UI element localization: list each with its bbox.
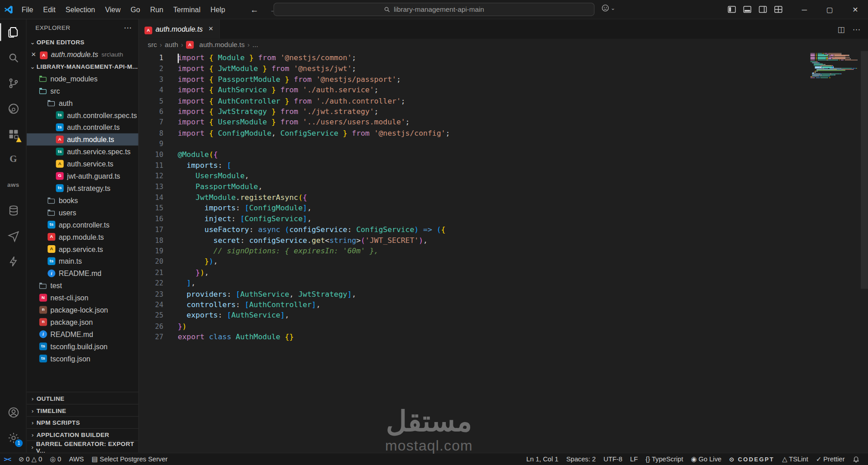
close-window-button[interactable]: ✕ bbox=[843, 0, 868, 19]
database-icon[interactable] bbox=[0, 198, 27, 223]
code-line-17[interactable]: 17 useFactory: async (configService: Con… bbox=[139, 224, 868, 235]
code-line-25[interactable]: 25 exports: [AuthService], bbox=[139, 310, 868, 321]
tree-item-app.module.ts[interactable]: Aapp.module.ts bbox=[27, 231, 138, 243]
code-line-20[interactable]: 20 }), bbox=[139, 256, 868, 267]
panel-application-builder[interactable]: ›APPLICATION BUILDER bbox=[27, 428, 138, 441]
menu-terminal[interactable]: Terminal bbox=[168, 0, 205, 19]
tree-item-nest-cli.json[interactable]: Nnest-cli.json bbox=[27, 292, 138, 304]
split-editor-icon[interactable]: ◫ bbox=[837, 24, 844, 33]
code-line-8[interactable]: 8import { ConfigModule, ConfigService } … bbox=[139, 128, 868, 138]
tree-item-main.ts[interactable]: tsmain.ts bbox=[27, 255, 138, 267]
menu-run[interactable]: Run bbox=[145, 0, 168, 19]
panel-npm-scripts[interactable]: ›NPM SCRIPTS bbox=[27, 416, 138, 428]
code-line-14[interactable]: 14 JwtModule.registerAsync({ bbox=[139, 192, 868, 203]
tree-item-app.controller.ts[interactable]: tsapp.controller.ts bbox=[27, 218, 138, 231]
notifications-bell-icon[interactable] bbox=[849, 453, 863, 465]
tree-item-tsconfig.json[interactable]: tstsconfig.json bbox=[27, 352, 138, 365]
code-line-7[interactable]: 7import { UsersModule } from '../users/u… bbox=[139, 117, 868, 128]
cursor-position[interactable]: Ln 1, Col 1 bbox=[522, 453, 562, 465]
code-content[interactable]: 1import { Module } from '@nestjs/common'… bbox=[139, 52, 868, 342]
language-mode[interactable]: {} TypeScript bbox=[642, 453, 687, 465]
tree-item-auth.service.ts[interactable]: Aauth.service.ts bbox=[27, 158, 138, 170]
tree-item-auth[interactable]: auth bbox=[27, 97, 138, 109]
open-editors-header[interactable]: ⌄ OPEN EDITORS bbox=[27, 36, 138, 48]
go-live[interactable]: ◉ Go Live bbox=[687, 453, 725, 465]
menu-edit[interactable]: Edit bbox=[38, 0, 60, 19]
editor-more-icon[interactable]: ⋯ bbox=[853, 24, 860, 33]
prettier[interactable]: ✓ Prettier bbox=[812, 453, 849, 465]
code-line-15[interactable]: 15 imports: [ConfigModule], bbox=[139, 203, 868, 214]
tree-item-auth.service.spec.ts[interactable]: tsauth.service.spec.ts bbox=[27, 146, 138, 158]
more-actions-icon[interactable]: ⋯ bbox=[124, 23, 132, 32]
code-line-19[interactable]: 19 // signOptions: { expiresIn: '60m' }, bbox=[139, 246, 868, 256]
tree-item-test[interactable]: test bbox=[27, 280, 138, 292]
code-editor[interactable]: 1import { Module } from '@nestjs/common'… bbox=[139, 51, 868, 453]
eol[interactable]: LF bbox=[626, 453, 642, 465]
code-line-9[interactable]: 9 bbox=[139, 138, 868, 149]
toggle-panel-icon[interactable] bbox=[743, 5, 752, 14]
menu-selection[interactable]: Selection bbox=[61, 0, 100, 19]
breadcrumb-item--[interactable]: ... bbox=[253, 41, 258, 49]
remote-indicator[interactable]: >< bbox=[0, 453, 14, 465]
problems[interactable]: ⊘ 0 △ 0 bbox=[14, 453, 46, 465]
tree-item-README.md[interactable]: iREADME.md bbox=[27, 328, 138, 340]
search-sidebar-icon[interactable] bbox=[0, 45, 27, 70]
maximize-button[interactable]: ▢ bbox=[817, 0, 842, 19]
tree-item-users[interactable]: users bbox=[27, 206, 138, 218]
panel-outline[interactable]: ›OUTLINE bbox=[27, 392, 138, 404]
code-line-11[interactable]: 11 imports: [ bbox=[139, 160, 868, 171]
postgres-server[interactable]: ▤ Select Postgres Server bbox=[88, 453, 172, 465]
tree-item-node_modules[interactable]: node_modules bbox=[27, 72, 138, 85]
code-line-18[interactable]: 18 secret: configService.get<string>('JW… bbox=[139, 235, 868, 246]
tree-item-jwt-auth.guard.ts[interactable]: Gjwt-auth.guard.ts bbox=[27, 170, 138, 182]
breadcrumb-item-auth-module-ts[interactable]: Aauth.module.ts bbox=[186, 41, 245, 49]
open-editor-item[interactable]: ✕ A auth.module.ts src\auth bbox=[27, 48, 138, 60]
tree-item-app.service.ts[interactable]: Aapp.service.ts bbox=[27, 243, 138, 255]
aws[interactable]: AWS bbox=[65, 453, 88, 465]
code-line-4[interactable]: 4import { AuthService } from './auth.ser… bbox=[139, 85, 868, 95]
project-header[interactable]: ⌄ LIBRARY-MANAGEMENT-API-M... bbox=[27, 60, 138, 72]
codegpt[interactable]: ⊙ CODEGPT bbox=[725, 453, 778, 465]
scrollbar[interactable] bbox=[861, 51, 868, 289]
code-line-22[interactable]: 22 ], bbox=[139, 278, 868, 289]
tslint[interactable]: △ TSLint bbox=[778, 453, 812, 465]
toggle-secondary-sidebar-icon[interactable] bbox=[758, 5, 768, 14]
menu-view[interactable]: View bbox=[100, 0, 125, 19]
tree-item-jwt.strategy.ts[interactable]: tsjwt.strategy.ts bbox=[27, 182, 138, 194]
tree-item-books[interactable]: books bbox=[27, 194, 138, 206]
tree-item-tsconfig.build.json[interactable]: tstsconfig.build.json bbox=[27, 340, 138, 352]
breadcrumb-item-auth[interactable]: auth bbox=[165, 41, 178, 49]
close-icon[interactable]: ✕ bbox=[208, 25, 213, 33]
extensions-icon[interactable] bbox=[0, 121, 27, 147]
breadcrumb-item-src[interactable]: src bbox=[148, 41, 157, 49]
menu-file[interactable]: File bbox=[17, 0, 38, 19]
aws-toolkit-icon[interactable]: aws bbox=[0, 172, 27, 197]
thunder-client-icon[interactable] bbox=[0, 248, 27, 274]
code-line-21[interactable]: 21 }), bbox=[139, 267, 868, 278]
code-line-24[interactable]: 24 controllers: [AuthController], bbox=[139, 299, 868, 310]
indentation[interactable]: Spaces: 2 bbox=[563, 453, 600, 465]
tree-item-auth.module.ts[interactable]: Aauth.module.ts bbox=[27, 133, 138, 146]
code-line-13[interactable]: 13 PassportModule, bbox=[139, 181, 868, 192]
explorer-icon[interactable] bbox=[0, 19, 27, 45]
code-line-16[interactable]: 16 inject: [ConfigService], bbox=[139, 214, 868, 224]
back-button[interactable]: ← bbox=[245, 5, 264, 14]
tree-item-auth.controller.spec.ts[interactable]: tsauth.controller.spec.ts bbox=[27, 109, 138, 121]
code-line-3[interactable]: 3import { PassportModule } from '@nestjs… bbox=[139, 74, 868, 85]
minimap[interactable] bbox=[811, 53, 859, 78]
toggle-sidebar-icon[interactable] bbox=[727, 5, 736, 14]
code-line-12[interactable]: 12 UsersModule, bbox=[139, 171, 868, 181]
ports[interactable]: ◎ 0 bbox=[46, 453, 65, 465]
panel-barrel-generator-export-v-[interactable]: ›BARREL GENERATOR: EXPORT V... bbox=[27, 441, 138, 453]
code-line-27[interactable]: 27export class AuthModule {} bbox=[139, 332, 868, 342]
profile-button[interactable]: ⌄ bbox=[601, 4, 615, 12]
source-control-icon[interactable] bbox=[0, 70, 27, 95]
close-icon[interactable]: ✕ bbox=[31, 51, 40, 58]
menu-help[interactable]: Help bbox=[205, 0, 230, 19]
paper-plane-icon[interactable] bbox=[0, 223, 27, 248]
breadcrumb[interactable]: src›auth›Aauth.module.ts›... bbox=[139, 39, 868, 51]
code-line-23[interactable]: 23 providers: [AuthService, JwtStrategy]… bbox=[139, 289, 868, 299]
code-line-6[interactable]: 6import { JwtStrategy } from './jwt.stra… bbox=[139, 106, 868, 117]
search-box[interactable]: library-management-api-main bbox=[273, 3, 594, 16]
customize-layout-icon[interactable] bbox=[774, 5, 783, 14]
